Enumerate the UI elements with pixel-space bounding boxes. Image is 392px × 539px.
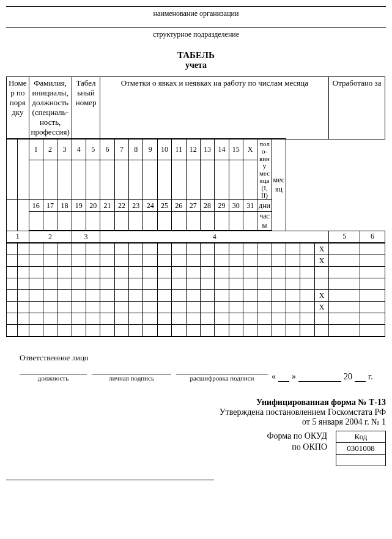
day-4: 4 (72, 139, 86, 160)
table-row (7, 325, 385, 337)
sig-decoding-label: расшифровка подписи (176, 374, 268, 382)
form-date: от 5 января 2004 г. № 1 (6, 417, 386, 427)
day-10: 10 (157, 139, 171, 160)
col-month: месяц (272, 139, 286, 231)
day-24: 24 (143, 200, 157, 212)
year-suffix: г. (368, 372, 373, 382)
day-7: 7 (114, 139, 128, 160)
table-row (7, 267, 385, 278)
day-26: 26 (172, 200, 186, 212)
table-row: X (7, 255, 385, 267)
code-header: Код (336, 431, 386, 443)
day-3: 3 (57, 139, 72, 160)
col-hours: часы (257, 212, 272, 231)
colnum-4: 4 (100, 231, 329, 243)
day-12: 12 (186, 139, 200, 160)
day-21: 21 (100, 200, 114, 212)
timesheet-table: Номер по порядку Фамилия, инициалы, долж… (6, 76, 385, 337)
table-row (7, 278, 385, 290)
org-name-label: наименование организации (6, 9, 386, 18)
doc-subtitle: учета (6, 61, 386, 70)
code-value: 0301008 (336, 443, 386, 455)
day-9: 9 (143, 139, 157, 160)
day-8: 8 (129, 139, 143, 160)
table-row: X (7, 243, 385, 255)
col-worked: Отработано за (329, 77, 385, 139)
col-name: Фамилия, инициалы, должность (специаль­н… (29, 77, 72, 139)
day-30: 30 (229, 200, 243, 212)
day-13: 13 (200, 139, 214, 160)
day-25: 25 (157, 200, 171, 212)
form-approved: Утверждена постановлением Госкомстата РФ (6, 407, 386, 417)
day-31: 31 (243, 200, 257, 212)
col-personnel-no: Табель­ный номер (72, 77, 100, 139)
day-14: 14 (215, 139, 229, 160)
day-15: 15 (229, 139, 243, 160)
department-label: структурное подразделение (6, 30, 386, 39)
code-table: Код 0301008 (336, 431, 386, 466)
day-19: 19 (72, 200, 86, 212)
okud-label: Форма по ОКУД (267, 431, 327, 442)
colnum-5: 5 (329, 231, 360, 243)
doc-title: ТАБЕЛЬ (6, 50, 386, 61)
day-6: 6 (100, 139, 114, 160)
table-row (7, 313, 385, 325)
year-20: 20 (344, 372, 352, 382)
col-number: Номер по порядку (7, 77, 29, 139)
day-29: 29 (215, 200, 229, 212)
sig-position-label: должность (20, 374, 87, 382)
sig-signature-label: личная подпись (92, 374, 171, 382)
day-2: 2 (43, 139, 57, 160)
day-22: 22 (114, 200, 128, 212)
day-27: 27 (186, 200, 200, 212)
okpo-label: по ОКПО (267, 442, 327, 453)
col-half-month: поло­вину месяца (I, II) (257, 139, 272, 200)
bottom-rule (6, 480, 214, 480)
colnum-3: 3 (72, 231, 100, 243)
day-18: 18 (57, 200, 72, 212)
col-days: дни (257, 200, 272, 212)
colnum-6: 6 (360, 231, 385, 243)
day-20: 20 (86, 200, 100, 212)
day-16: 16 (29, 200, 43, 212)
day-1: 1 (29, 139, 43, 160)
quote-close: » (292, 372, 296, 382)
day-11: 11 (172, 139, 186, 160)
quote-open: « (272, 372, 276, 382)
col-attendance: Отметки о явках и неявках на работу по ч… (100, 77, 329, 139)
day-5: 5 (86, 139, 100, 160)
day-17: 17 (43, 200, 57, 212)
table-row: X (7, 290, 385, 302)
colnum-2: 2 (29, 231, 72, 243)
colnum-1: 1 (7, 231, 29, 243)
form-name: Унифицированная форма № Т-13 (6, 398, 386, 407)
table-row: X (7, 302, 385, 313)
day-23: 23 (129, 200, 143, 212)
day-28: 28 (200, 200, 214, 212)
day-x: X (243, 139, 257, 160)
responsible-label: Ответственное лицо (20, 353, 89, 362)
